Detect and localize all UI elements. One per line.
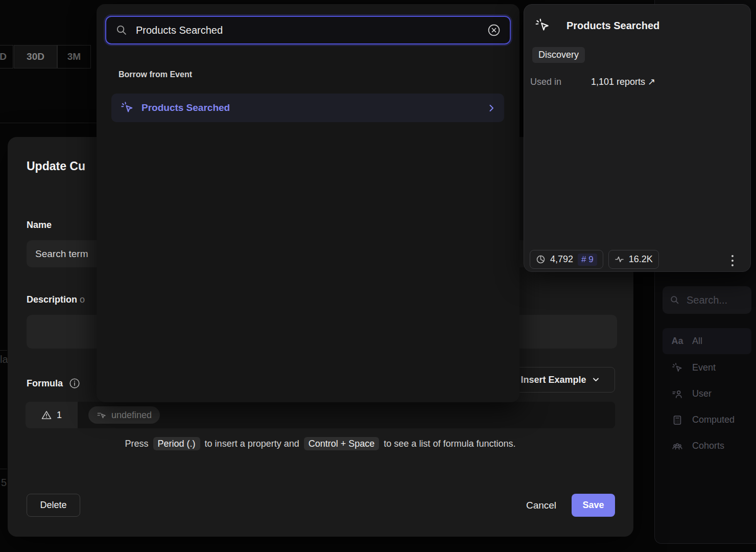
kbd-period: Period (.) [153, 437, 200, 450]
sidebar-item-event[interactable]: Event [663, 355, 751, 381]
time-range-3m[interactable]: 3M [57, 45, 91, 68]
sidebar-item-label: User [692, 388, 712, 399]
sidebar-search-box[interactable] [663, 286, 751, 314]
sidebar-search-input[interactable] [686, 294, 744, 307]
time-range-30d-label: 30D [27, 51, 44, 62]
modal-title: Update Cu [27, 159, 85, 173]
time-range-30d[interactable]: 30D [14, 45, 57, 68]
sidebar-item-label: Event [692, 362, 716, 373]
search-icon [670, 295, 680, 305]
event-result-label: Products Searched [141, 102, 482, 113]
formula-hint: Press Period (.) to insert a property an… [26, 439, 615, 449]
name-label: Name [27, 220, 52, 231]
description-label-text: Description [27, 294, 77, 305]
event-volume-value: 16.2K [629, 254, 653, 265]
kbd-control-space: Control + Space [304, 437, 380, 450]
time-range-3m-label: 3M [67, 51, 81, 62]
background-tick-2 [0, 469, 7, 469]
event-icon [671, 362, 683, 374]
formula-label-row: Formula [27, 378, 80, 389]
event-details-popover: Products Searched Discovery Used in 1,10… [524, 4, 751, 272]
popover-title-row: Products Searched [535, 18, 659, 33]
used-in-label: Used in [530, 77, 591, 87]
event-search-box[interactable] [105, 16, 511, 44]
time-range-7d-label: D [0, 51, 7, 62]
insert-example-label: Insert Example [521, 375, 586, 385]
used-in-reports-count: 1,101 reports [591, 77, 645, 87]
event-icon [535, 18, 550, 33]
sidebar-item-computed[interactable]: Computed [663, 407, 751, 433]
cancel-button[interactable]: Cancel [512, 494, 571, 517]
custom-event-icon [97, 410, 107, 420]
insert-example-button[interactable]: Insert Example [505, 367, 615, 393]
event-result-products-searched[interactable]: Products Searched [111, 94, 504, 122]
description-optional-fragment: o [80, 294, 85, 305]
formula-token-chip[interactable]: undefined [88, 406, 160, 424]
cohorts-icon [671, 441, 683, 452]
formula-error-badge: 1 [26, 402, 78, 428]
sidebar-item-label: All [692, 336, 702, 347]
hint-tail: to see a list of formula functions. [384, 439, 515, 449]
chevron-down-icon [593, 378, 599, 382]
description-label: Description o [27, 294, 85, 305]
event-icon [121, 101, 134, 114]
info-icon[interactable] [69, 378, 80, 389]
event-search-dropdown: Borrow from Event Products Searched [97, 4, 519, 402]
formula-input[interactable]: 1 undefined [26, 402, 615, 428]
event-volume-pill[interactable]: 16.2K [608, 250, 659, 269]
sidebar-item-all[interactable]: Aa All [663, 328, 751, 354]
sidebar-item-user[interactable]: User [663, 381, 751, 407]
kebab-menu-icon[interactable] [731, 254, 734, 267]
background-divider [0, 123, 97, 123]
formula-token-label: undefined [111, 410, 152, 421]
event-search-input[interactable] [135, 24, 480, 37]
event-rank-badge: # 9 [578, 254, 597, 266]
sidebar-item-cohorts[interactable]: Cohorts [663, 433, 751, 459]
calculator-icon [671, 415, 683, 426]
delete-button[interactable]: Delete [27, 494, 80, 517]
warning-icon [41, 410, 52, 420]
used-in-row: Used in 1,101 reports ↗ [530, 76, 655, 87]
event-stats-row: 4,792 # 9 16.2K [530, 250, 659, 269]
aa-icon: Aa [671, 336, 683, 347]
hint-press: Press [125, 439, 149, 449]
formula-label: Formula [27, 378, 63, 389]
popover-title: Products Searched [566, 20, 659, 32]
sidebar-item-label: Computed [692, 415, 735, 425]
hint-mid: to insert a property and [205, 439, 299, 449]
event-count-value: 4,792 [550, 254, 573, 265]
sidebar-item-label: Cohorts [692, 441, 724, 451]
used-in-reports-link[interactable]: 1,101 reports ↗ [591, 76, 655, 87]
chevron-right-icon [489, 104, 494, 112]
event-count-pill[interactable]: 4,792 # 9 [530, 250, 603, 269]
formula-error-count: 1 [57, 410, 62, 421]
background-axis-fragment: 5 [1, 477, 7, 489]
category-badge: Discovery [532, 47, 585, 63]
external-link-icon: ↗ [648, 77, 655, 87]
activity-pulse-icon [615, 255, 624, 264]
background-tick-1 [0, 350, 7, 351]
borrow-from-event-header: Borrow from Event [119, 70, 192, 79]
search-icon [115, 24, 128, 36]
save-button[interactable]: Save [572, 494, 615, 517]
clear-icon[interactable] [487, 24, 501, 37]
app-screen: D 30D 3M lay 5 Aa All [0, 0, 756, 552]
user-icon [671, 388, 683, 400]
pie-chart-icon [536, 255, 546, 264]
time-range-7d-partial[interactable]: D [0, 45, 13, 68]
